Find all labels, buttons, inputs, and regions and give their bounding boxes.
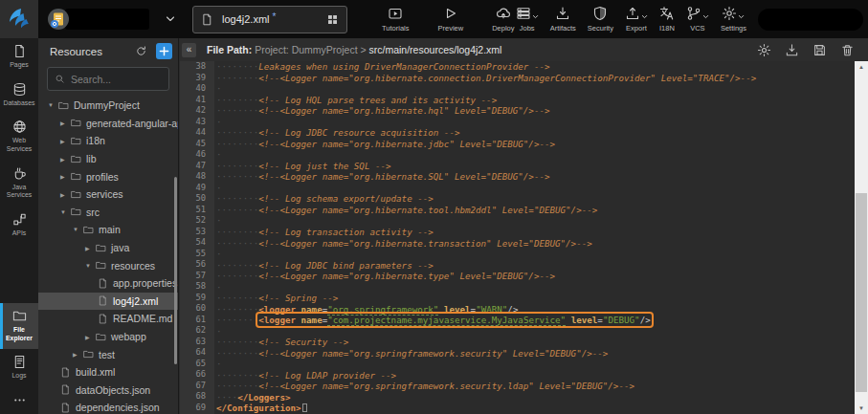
chevron-down-icon[interactable]: ▼ [60, 209, 71, 215]
scroll-up-icon[interactable]: ▲ [855, 61, 868, 73]
code-line[interactable]: 44········<!-- Log JDBC resource acquisi… [180, 127, 855, 139]
code-line[interactable]: 62· [180, 325, 855, 337]
code-line[interactable]: 45········<!--<Logger name="org.hibernat… [180, 139, 855, 150]
chevron-right-icon[interactable]: ▶ [85, 245, 96, 251]
chevron-down-icon[interactable]: ▼ [73, 227, 83, 232]
redacted-user-area[interactable] [758, 9, 863, 31]
code-line[interactable]: 43· [180, 117, 855, 128]
file-tab[interactable]: log4j2.xml * [192, 6, 347, 33]
tree-item-log4j2.xml[interactable]: log4j2.xml [38, 293, 178, 311]
deploy-button[interactable]: Deploy [492, 6, 514, 33]
tree-item-dependencies.json[interactable]: dependencies.json [38, 399, 178, 414]
code-line[interactable]: 39········<!--<Logger name="org.hibernat… [180, 73, 855, 84]
download-file-icon[interactable] [785, 43, 799, 57]
tree-item-main[interactable]: ▼main [38, 221, 178, 239]
preview-button[interactable]: Preview [437, 6, 463, 33]
code-line[interactable]: 53········<!-- Log transaction activity … [180, 227, 855, 238]
security-button[interactable]: Security [588, 6, 613, 33]
tree-item-dataObjects.json[interactable]: dataObjects.json [38, 381, 178, 400]
sidebar-item-pages[interactable]: Pages [0, 38, 38, 76]
chevron-right-icon[interactable]: ▶ [85, 334, 96, 340]
code-line[interactable]: 49· [180, 183, 855, 194]
project-switcher[interactable] [47, 8, 176, 31]
chevron-right-icon[interactable]: ▶ [60, 156, 71, 163]
tree-item-build.xml[interactable]: build.xml [38, 363, 178, 381]
dashboard-grid-icon[interactable] [326, 13, 339, 26]
save-file-icon[interactable] [812, 43, 827, 57]
tree-item-app.properties[interactable]: app.properties [38, 274, 178, 293]
editor-scrollbar[interactable]: ▲ ▼ [855, 61, 868, 414]
chevron-down-icon[interactable]: ▼ [48, 102, 58, 108]
code-line[interactable]: 56········<!-- Log JDBC bind parameters … [180, 259, 855, 271]
tree-item-webapp[interactable]: ▶webapp [38, 328, 178, 346]
code-line[interactable]: 57········<!--<Logger name="org.hibernat… [180, 271, 855, 282]
code-line[interactable]: 60········<logger name="org.springframew… [180, 303, 855, 315]
tree-item-resources[interactable]: ▼resources [38, 256, 178, 274]
chevron-down-icon[interactable]: ▼ [85, 263, 96, 269]
code-line[interactable]: 42········<!--<Logger name="org.hibernat… [180, 105, 855, 117]
code-line[interactable]: 61········<logger name="com.projectname.… [180, 315, 855, 326]
tree-item-README.md[interactable]: README.md [38, 310, 178, 328]
artifacts-button[interactable]: Artifacts [550, 6, 576, 33]
code-line[interactable]: 68····</Loggers> [180, 391, 855, 403]
sidebar-item-logs[interactable]: Logs [0, 349, 38, 387]
chevron-right-icon[interactable]: ▶ [60, 120, 71, 126]
tree-item-DummyProject[interactable]: ▼DummyProject [38, 97, 178, 115]
tree-item-java[interactable]: ▶java [38, 239, 178, 257]
add-resource-button[interactable] [156, 43, 172, 59]
code-line[interactable]: 51········<!--<Logger name="org.hibernat… [180, 205, 855, 216]
code-line[interactable]: 59········<!-- Spring --> [180, 293, 855, 304]
editor-settings-icon[interactable] [757, 43, 771, 57]
code-line[interactable]: 55· [180, 249, 855, 260]
settings-button[interactable]: Settings [721, 6, 746, 33]
tree-item-test[interactable]: ▶test [38, 345, 178, 363]
i18n-button[interactable]: I18N [659, 6, 675, 33]
jobs-button[interactable]: Jobs [516, 6, 539, 33]
sidebar-item-web-services[interactable]: Web Services [0, 114, 38, 160]
refresh-icon[interactable] [135, 45, 147, 57]
tree-item-services[interactable]: ▶services [38, 185, 178, 204]
tree-item-generated-angular-app[interactable]: ▶generated-angular-app [38, 115, 178, 133]
export-button[interactable]: Export [625, 6, 648, 33]
code-editor[interactable]: 38········Leakages when using DriverMana… [180, 61, 868, 414]
code-line[interactable]: 67········<!--<Logger name="org.springfr… [180, 381, 855, 392]
tree-scrollbar-thumb[interactable] [174, 177, 177, 364]
code-line[interactable]: 46· [180, 149, 855, 161]
collapse-panel-icon[interactable]: « [182, 43, 196, 57]
code-line[interactable]: 69</Configuration> [180, 403, 855, 414]
tree-item-src[interactable]: ▼src [38, 204, 178, 222]
code-line[interactable]: 63········<!-- Security --> [180, 337, 855, 348]
tree-item-profiles[interactable]: ▶profiles [38, 167, 178, 185]
code-line[interactable]: 47········<!-- Log just the SQL --> [180, 161, 855, 172]
scrollbar-thumb[interactable] [856, 193, 867, 392]
code-line[interactable]: 66········<!-- Log LDAP provider --> [180, 369, 855, 381]
chevron-right-icon[interactable]: ▶ [60, 191, 71, 198]
tree-item-lib[interactable]: ▶lib [38, 150, 178, 168]
sidebar-item-more[interactable] [0, 387, 38, 414]
sidebar-item-file-explorer[interactable]: File Explorer [0, 303, 38, 349]
scroll-down-icon[interactable]: ▼ [855, 403, 868, 414]
code-line[interactable]: 52· [180, 215, 855, 227]
code-line[interactable]: 58· [180, 281, 855, 293]
vcs-button[interactable]: VCS [686, 6, 709, 33]
code-line[interactable]: 54········<!--<Logger name="org.hibernat… [180, 237, 855, 249]
code-line[interactable]: 48········<!--<Logger name="org.hibernat… [180, 171, 855, 183]
code-line[interactable]: 50········<!-- Log schema export/update … [180, 193, 855, 205]
code-line[interactable]: 40· [180, 83, 855, 95]
line-number: 64 [180, 347, 214, 359]
code-line[interactable]: 38········Leakages when using DriverMana… [180, 61, 855, 73]
chevron-right-icon[interactable]: ▶ [60, 173, 71, 180]
code-line[interactable]: 41········<!-- Log HQL parse trees and i… [180, 95, 855, 106]
chevron-right-icon[interactable]: ▶ [60, 138, 71, 144]
sidebar-item-apis[interactable]: APIs [0, 207, 38, 245]
app-logo[interactable] [0, 0, 38, 38]
chevron-right-icon[interactable]: ▶ [73, 351, 83, 358]
code-line[interactable]: 64········<!--<Logger name="org.springfr… [180, 347, 855, 359]
sidebar-item-databases[interactable]: Databases [0, 76, 38, 115]
search-input[interactable] [71, 74, 167, 85]
code-line[interactable]: 65· [180, 359, 855, 370]
tutorials-button[interactable]: Tutorials [382, 6, 409, 33]
delete-file-icon[interactable] [840, 43, 855, 57]
tree-item-i18n[interactable]: ▶i18n [38, 132, 178, 150]
sidebar-item-java-services[interactable]: Java Services [0, 161, 38, 207]
